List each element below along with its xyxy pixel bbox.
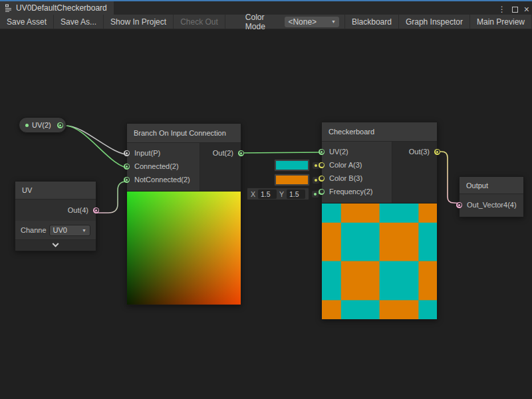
uv-gradient-preview bbox=[127, 191, 241, 305]
out-vector4-port[interactable] bbox=[456, 202, 462, 208]
check-out-button: Check Out bbox=[174, 15, 225, 29]
port-row: Color A(3) bbox=[322, 158, 392, 172]
expand-preview-toggle[interactable] bbox=[15, 239, 96, 251]
blackboard-button[interactable]: Blackboard bbox=[344, 15, 399, 29]
port-row: Out_Vector4(4) bbox=[460, 198, 521, 211]
window-controls: ⋮ × bbox=[498, 3, 529, 16]
color-b-control bbox=[274, 174, 319, 186]
color-mode-label: Color Mode bbox=[225, 15, 285, 29]
node-branch-on-input-connection[interactable]: Branch On Input Connection Input(P) Conn… bbox=[126, 123, 241, 305]
wire-branchout-to-checkeruv bbox=[238, 152, 324, 153]
pill-dot bbox=[25, 124, 29, 127]
chevron-down-icon bbox=[53, 240, 59, 247]
node-checkerboard[interactable]: Checkerboard UV(2) Color A(3) Color B(3) bbox=[321, 122, 438, 320]
port-row: Color B(3) bbox=[322, 172, 392, 185]
shader-graph-window: UV0DefaultCheckerboard ⋮ × Save Asset Sa… bbox=[0, 0, 532, 399]
port-row: Input(P) bbox=[127, 146, 200, 160]
port-row: Out(2) bbox=[200, 146, 241, 160]
frequency-port[interactable] bbox=[319, 189, 325, 195]
uv-out-port[interactable] bbox=[93, 207, 99, 213]
graph-canvas[interactable]: UV(2) Branch On Input Connection Input(P… bbox=[0, 29, 532, 399]
show-in-project-button[interactable]: Show In Project bbox=[104, 15, 174, 29]
frequency-control: X 1.5 Y 1.5 bbox=[247, 188, 319, 200]
wire-uvpill-to-input bbox=[66, 126, 130, 155]
main-preview-button[interactable]: Main Preview bbox=[470, 15, 532, 29]
input-p-port[interactable] bbox=[124, 150, 130, 156]
wire-uvpill-to-connected bbox=[66, 126, 130, 168]
frequency-stub bbox=[312, 191, 319, 198]
checker-out-port[interactable] bbox=[434, 149, 440, 155]
node-title[interactable]: UV bbox=[15, 182, 96, 200]
node-uv[interactable]: UV Out(4) Channe UV0 ▼ bbox=[15, 181, 96, 251]
checkerboard-preview bbox=[322, 203, 437, 319]
branch-out-port[interactable] bbox=[238, 150, 244, 156]
tab-title: UV0DefaultCheckerboard bbox=[16, 3, 107, 13]
color-a-port[interactable] bbox=[319, 162, 325, 168]
port-label: Connected(2) bbox=[134, 162, 179, 170]
port-row: Out(4) bbox=[15, 203, 96, 217]
toolbar-right-group: Blackboard Graph Inspector Main Preview bbox=[344, 15, 532, 29]
chevron-down-icon: ▼ bbox=[331, 19, 336, 24]
wire-checkerout-to-output bbox=[434, 152, 462, 203]
frequency-y-field[interactable]: 1.5 bbox=[287, 190, 305, 199]
color-b-swatch[interactable] bbox=[274, 174, 310, 186]
color-b-port[interactable] bbox=[319, 176, 325, 182]
close-icon[interactable]: × bbox=[524, 5, 529, 14]
port-row: UV(2) bbox=[322, 145, 392, 158]
checker-uv-port[interactable] bbox=[319, 149, 325, 155]
port-row: Frequency(2) bbox=[322, 185, 392, 198]
wire-uvout-to-notconnected bbox=[94, 182, 130, 213]
connected-port[interactable] bbox=[124, 164, 130, 170]
port-label: Color B(3) bbox=[329, 174, 362, 182]
channel-label: Channe bbox=[21, 226, 47, 234]
color-a-control bbox=[274, 159, 319, 172]
notconnected-port[interactable] bbox=[124, 177, 130, 183]
port-row: Connected(2) bbox=[127, 160, 200, 173]
pill-label: UV(2) bbox=[32, 121, 51, 129]
color-mode-value: <None> bbox=[288, 17, 317, 27]
chevron-down-icon: ▼ bbox=[82, 228, 86, 233]
frequency-x-field[interactable]: 1.5 bbox=[258, 190, 277, 199]
node-title[interactable]: Branch On Input Connection bbox=[127, 124, 241, 143]
node-uv2-pill[interactable]: UV(2) bbox=[19, 117, 66, 133]
graph-inspector-button[interactable]: Graph Inspector bbox=[399, 15, 470, 29]
color-a-swatch[interactable] bbox=[274, 159, 310, 172]
port-label: Frequency(2) bbox=[329, 188, 372, 196]
port-label: Out(4) bbox=[68, 206, 88, 214]
kebab-menu-icon[interactable]: ⋮ bbox=[498, 5, 506, 13]
x-axis-label: X bbox=[251, 190, 255, 198]
port-row: Out(3) bbox=[392, 145, 437, 158]
pill-out-port[interactable] bbox=[57, 122, 63, 128]
port-label: Out_Vector4(4) bbox=[467, 201, 517, 209]
node-title[interactable]: Checkerboard bbox=[322, 122, 437, 142]
maximize-icon[interactable] bbox=[512, 7, 518, 13]
port-label: NotConnected(2) bbox=[134, 176, 190, 184]
port-label: Input(P) bbox=[134, 149, 160, 157]
port-row: NotConnected(2) bbox=[127, 173, 200, 186]
tab-uv0defaultcheckerboard[interactable]: UV0DefaultCheckerboard bbox=[0, 1, 114, 15]
color-mode-dropdown[interactable]: <None> ▼ bbox=[285, 17, 338, 27]
node-title[interactable]: Output bbox=[460, 177, 523, 194]
save-as-button[interactable]: Save As... bbox=[54, 15, 104, 29]
port-label: Color A(3) bbox=[329, 161, 362, 169]
port-label: Out(2) bbox=[213, 149, 233, 157]
save-asset-button[interactable]: Save Asset bbox=[0, 15, 54, 29]
y-axis-label: Y bbox=[279, 190, 284, 198]
port-label: Out(3) bbox=[409, 148, 430, 156]
graph-toolbar: Save Asset Save As... Show In Project Ch… bbox=[0, 15, 532, 29]
shadergraph-icon bbox=[5, 4, 13, 12]
port-label: UV(2) bbox=[329, 148, 348, 156]
node-output[interactable]: Output Out_Vector4(4) bbox=[459, 176, 524, 217]
channel-dropdown[interactable]: UV0 ▼ bbox=[49, 225, 90, 236]
channel-value: UV0 bbox=[53, 226, 67, 234]
